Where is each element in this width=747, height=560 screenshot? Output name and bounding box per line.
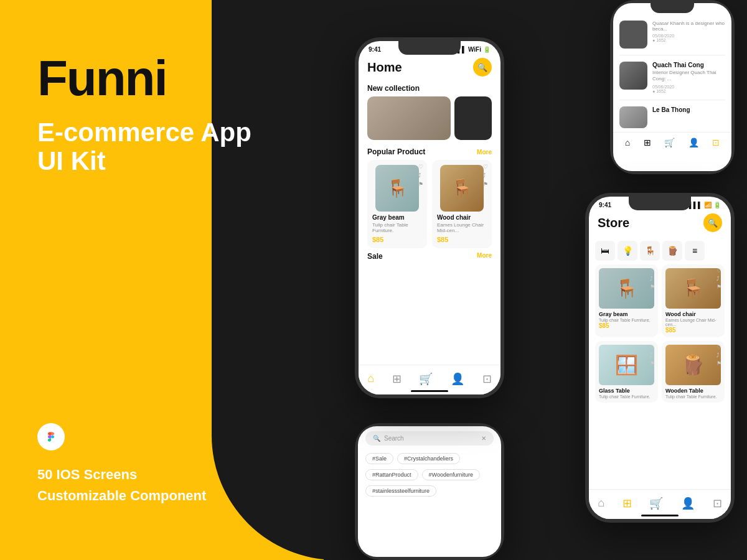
tag-crystal[interactable]: #Crystalchandeliers bbox=[397, 453, 460, 464]
cat-chair[interactable]: 🪑 bbox=[640, 241, 660, 261]
product-name-2: Wood chair bbox=[437, 214, 487, 221]
home-header: Home 🔍 bbox=[359, 55, 500, 82]
store-header: Store 🔍 bbox=[589, 211, 731, 237]
tag-rattan[interactable]: #RattanProduct bbox=[365, 469, 418, 480]
nav-cart-icon[interactable]: 🛒 bbox=[419, 372, 433, 386]
article-desc-1: Interior Designer Quach Thai Cong: ... bbox=[652, 70, 725, 83]
cat-more[interactable]: ≡ bbox=[685, 241, 705, 261]
article-info-2: Le Ba Thong bbox=[652, 106, 725, 113]
store-product-desc-3: Tulip chair Table Furniture. bbox=[599, 394, 654, 399]
store-product-name-3: Glass Table bbox=[599, 388, 654, 394]
search-placeholder: Search bbox=[384, 435, 477, 442]
article-info-partial: Quasar Khanh is a designer who beca... 0… bbox=[652, 21, 725, 42]
article-2[interactable]: Le Ba Thong bbox=[613, 103, 731, 132]
search-clear-icon[interactable]: ✕ bbox=[481, 435, 486, 442]
store-nav-home[interactable]: ⌂ bbox=[598, 497, 604, 510]
collection-row bbox=[359, 96, 500, 140]
product-image-1: 🪑 bbox=[375, 165, 419, 212]
article-partial: Quasar Khanh is a designer who beca... 0… bbox=[613, 16, 731, 52]
nav-store-icon[interactable]: ⊞ bbox=[392, 372, 402, 386]
store-product-desc-2: Eames Lounge Chair Mid-cen... bbox=[665, 318, 721, 327]
brand-title: Funni bbox=[37, 50, 167, 107]
popular-header: Popular Product More bbox=[359, 146, 500, 160]
products-row: ♡ ⤴ ⚑ 🪑 Gray beam Tulip chair Table Furn… bbox=[359, 160, 500, 248]
store-card-icons-2: ♡ ⤴ ⚑ bbox=[716, 268, 721, 290]
article-thumb-2 bbox=[619, 106, 647, 128]
figma-icon bbox=[37, 423, 65, 450]
store-nav-more[interactable]: ⊡ bbox=[713, 497, 722, 510]
tag-wooden[interactable]: #Woodenfurniture bbox=[422, 469, 480, 480]
product-card-2[interactable]: ♡ ⤴ ⚑ 🪑 Wood chair Eames Lounge Chair Mi… bbox=[432, 160, 492, 248]
store-product-price-2: $85 bbox=[665, 327, 721, 334]
store-grid: ♡ ⤴ ⚑ 🪑 Gray beam Tulip chair Table Furn… bbox=[589, 264, 731, 403]
store-nav-profile[interactable]: 👤 bbox=[681, 497, 695, 510]
phone-home-screen: 9:41 ▌▌▌ WiFi 🔋 Home 🔍 New collection Po… bbox=[359, 41, 500, 394]
store-card-icons-4: ♡ ⤴ ⚑ bbox=[716, 344, 721, 366]
article-title-2: Le Ba Thong bbox=[652, 106, 725, 113]
store-category-row: 🛏 💡 🪑 🪵 ≡ bbox=[589, 237, 731, 264]
product-desc-2: Eames Lounge Chair Mid-cen... bbox=[437, 222, 487, 233]
article-title-1: Quach Thai Cong bbox=[652, 62, 725, 68]
collection-image-1 bbox=[367, 96, 451, 140]
sale-header: Sale More bbox=[359, 248, 500, 263]
article-1[interactable]: Quach Thai Cong Interior Designer Quach … bbox=[613, 58, 731, 97]
article-thumb-1 bbox=[619, 62, 647, 90]
notch-store bbox=[629, 197, 691, 210]
store-img-1: 🪑 bbox=[599, 268, 654, 309]
store-nav-store[interactable]: ⊞ bbox=[622, 497, 632, 510]
store-product-desc-1: Tulip chair Table Furniture. bbox=[599, 318, 654, 322]
notch-articles bbox=[651, 3, 694, 13]
phone-search-screen: 🔍 Search ✕ #Sale #Crystalchandeliers #Ra… bbox=[358, 426, 501, 557]
store-nav-cart[interactable]: 🛒 bbox=[649, 497, 663, 510]
store-product-name-4: Wooden Table bbox=[665, 388, 721, 394]
store-status-icons: ▌▌▌ 📶 🔋 bbox=[689, 202, 721, 208]
phone-search: 🔍 Search ✕ #Sale #Crystalchandeliers #Ra… bbox=[355, 423, 504, 560]
search-button[interactable]: 🔍 bbox=[473, 58, 492, 77]
store-card-2[interactable]: ♡ ⤴ ⚑ 🪑 Wood chair Eames Lounge Chair Mi… bbox=[662, 264, 725, 337]
store-img-3: 🪟 bbox=[599, 345, 654, 385]
cat-bed[interactable]: 🛏 bbox=[595, 241, 615, 261]
popular-more[interactable]: More bbox=[477, 149, 492, 156]
divider-1 bbox=[619, 55, 725, 55]
product-icons-1: ♡ ⤴ ⚑ bbox=[418, 164, 423, 187]
store-product-name-1: Gray beam bbox=[599, 311, 654, 317]
product-name-1: Gray beam bbox=[372, 214, 422, 221]
phone-store-screen: 9:41 ▌▌▌ 📶 🔋 Store 🔍 🛏 💡 🪑 🪵 ≡ ♡ bbox=[589, 197, 731, 519]
tag-stainless[interactable]: #stainlesssteelfurniture bbox=[365, 485, 436, 497]
nav-home-icon[interactable]: ⌂ bbox=[367, 372, 374, 385]
search-bar[interactable]: 🔍 Search ✕ bbox=[365, 431, 494, 446]
store-img-2: 🪑 bbox=[665, 268, 721, 309]
article-info-1: Quach Thai Cong Interior Designer Quach … bbox=[652, 62, 725, 93]
tag-sale[interactable]: #Sale bbox=[365, 453, 393, 464]
nav-profile-icon[interactable]: 👤 bbox=[451, 372, 464, 386]
tag-row-3: #stainlesssteelfurniture bbox=[358, 483, 501, 499]
sale-more[interactable]: More bbox=[477, 252, 492, 261]
cat-lamp[interactable]: 💡 bbox=[618, 241, 637, 261]
product-card-1[interactable]: ♡ ⤴ ⚑ 🪑 Gray beam Tulip chair Table Furn… bbox=[367, 160, 427, 248]
sale-title: Sale bbox=[367, 252, 383, 261]
store-search-button[interactable]: 🔍 bbox=[703, 213, 722, 232]
nav-more-icon[interactable]: ⊡ bbox=[482, 372, 492, 386]
collection-image-2 bbox=[454, 96, 492, 140]
phone-home: 9:41 ▌▌▌ WiFi 🔋 Home 🔍 New collection Po… bbox=[355, 37, 504, 398]
feature-screens: 50 IOS Screens bbox=[37, 467, 206, 483]
popular-title: Popular Product bbox=[367, 147, 425, 156]
phone-notch bbox=[398, 41, 461, 55]
figma-badge bbox=[37, 423, 65, 450]
store-card-3[interactable]: ♡ ⤴ ⚑ 🪟 Glass Table Tulip chair Table Fu… bbox=[595, 341, 658, 403]
bottom-nav-articles: ⌂ ⊞ 🛒 👤 ⊡ bbox=[613, 132, 731, 152]
cat-table[interactable]: 🪵 bbox=[662, 241, 682, 261]
store-card-1[interactable]: ♡ ⤴ ⚑ 🪑 Gray beam Tulip chair Table Furn… bbox=[595, 264, 658, 337]
store-img-4: 🪵 bbox=[665, 345, 721, 385]
divider-2 bbox=[619, 100, 725, 100]
store-card-icons-3: ♡ ⤴ ⚑ bbox=[650, 344, 655, 366]
phone-articles: Quasar Khanh is a designer who beca... 0… bbox=[610, 0, 735, 174]
store-card-4[interactable]: ♡ ⤴ ⚑ 🪵 Wooden Table Tulip chair Table F… bbox=[662, 341, 725, 403]
store-product-desc-4: Tulip chair Table Furniture. bbox=[665, 394, 721, 399]
product-price-1: $85 bbox=[372, 236, 422, 243]
home-indicator bbox=[411, 390, 448, 392]
product-desc-1: Tulip chair Table Furniture. bbox=[372, 222, 422, 233]
store-product-price-1: $85 bbox=[599, 322, 654, 329]
phone-store: 9:41 ▌▌▌ 📶 🔋 Store 🔍 🛏 💡 🪑 🪵 ≡ ♡ bbox=[585, 193, 735, 523]
phone-articles-screen: Quasar Khanh is a designer who beca... 0… bbox=[613, 3, 731, 171]
